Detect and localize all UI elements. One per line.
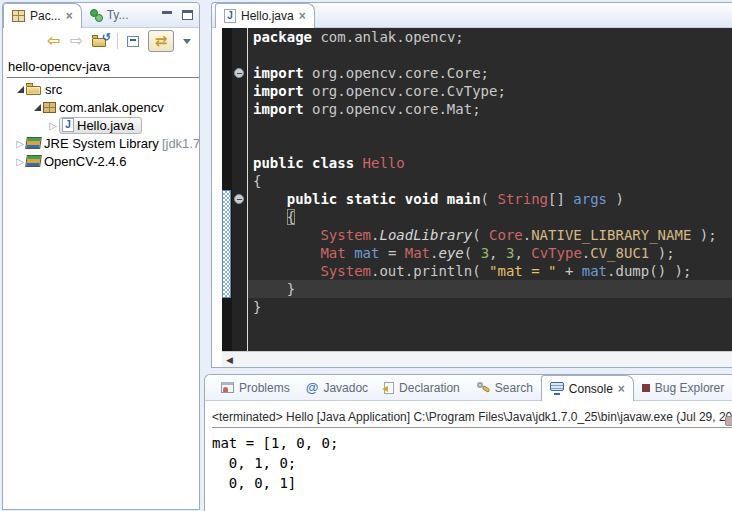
bug-explorer-icon	[642, 384, 650, 392]
declaration-icon	[384, 382, 394, 394]
range-indicator-column	[222, 28, 232, 351]
code-line[interactable]: package com.anlak.opencv;	[248, 28, 732, 46]
console-view: Problems @ Javadoc Declaration Search Co…	[204, 374, 732, 511]
close-icon[interactable]: ×	[299, 11, 306, 21]
code-line[interactable]: {	[248, 172, 732, 190]
library-icon	[25, 155, 42, 167]
library-icon	[25, 137, 42, 149]
editor-tabbar: J Hello.java ×	[212, 3, 732, 28]
up-arrow-icon: ↺	[102, 31, 111, 44]
console-output[interactable]: mat = [1, 0, 0; 0, 1, 0; 0, 0, 1]	[212, 433, 732, 493]
tree-collapsed-icon[interactable]: ▷	[16, 138, 24, 149]
tree-collapsed-icon[interactable]: ▷	[16, 156, 24, 167]
tab-package-explorer-label: Pac...	[30, 9, 61, 23]
fold-column	[232, 28, 247, 351]
javadoc-icon: @	[306, 380, 319, 395]
package-explorer-view: Pac... × Ty... ⇦ ⇨ ↺ ⇄ hello-opencv-java	[2, 2, 200, 510]
editor-horizontal-scrollbar[interactable]: ◀	[222, 351, 732, 367]
tree-selection: J Hello.java	[59, 117, 142, 134]
code-line[interactable]: }	[248, 298, 732, 316]
tree-root-underline	[7, 77, 199, 78]
code-line[interactable]: public static void main( String[] args )	[248, 190, 732, 208]
tab-search[interactable]: Search	[468, 375, 541, 400]
method-range-indicator	[222, 190, 231, 298]
tree-item-jre-library[interactable]: ▷ JRE System Library [jdk1.7.0	[6, 134, 199, 152]
tab-package-explorer[interactable]: Pac... ×	[3, 3, 82, 28]
console-output-line: 0, 0, 1]	[212, 473, 732, 493]
source-folder-icon	[26, 83, 42, 95]
tab-declaration[interactable]: Declaration	[376, 375, 468, 400]
code-line[interactable]: import org.opencv.core.Core;	[248, 64, 732, 82]
package-icon	[43, 102, 56, 113]
tab-type-hierarchy[interactable]: Ty...	[82, 3, 137, 27]
maximize-icon[interactable]	[182, 10, 193, 20]
code-line[interactable]	[248, 136, 732, 154]
console-output-line: 0, 1, 0;	[212, 453, 732, 473]
java-file-icon: J	[224, 9, 236, 23]
code-line[interactable]: Mat mat = Mat.eye( 3, 3, CvType.CV_8UC1 …	[248, 244, 732, 262]
tree-expanded-icon[interactable]	[34, 104, 41, 111]
search-icon	[476, 381, 490, 394]
library-version-decoration: [jdk1.7.0	[162, 136, 199, 151]
link-with-editor-button[interactable]: ⇄	[148, 30, 174, 52]
console-icon	[550, 382, 564, 395]
code-line[interactable]	[248, 118, 732, 136]
toolbar-separator	[117, 33, 118, 49]
code-line[interactable]: System.LoadLibrary( Core.NATIVE_LIBRARY_…	[248, 226, 732, 244]
go-up-button[interactable]: ↺	[92, 35, 108, 47]
type-hierarchy-icon	[90, 9, 102, 22]
code-line[interactable]: System.out.println( "mat = " + mat.dump(…	[248, 262, 732, 280]
fold-collapse-icon[interactable]	[234, 68, 244, 78]
view-menu-icon[interactable]	[183, 39, 191, 44]
code-lines[interactable]: package com.anlak.opencv; import org.ope…	[248, 28, 732, 351]
scroll-left-icon[interactable]: ◀	[226, 355, 233, 365]
problems-icon	[221, 382, 234, 393]
console-toolbar-icon[interactable]	[725, 416, 732, 426]
code-line[interactable]: public class Hello	[248, 154, 732, 172]
forward-button[interactable]: ⇨	[70, 33, 83, 49]
package-explorer-icon	[12, 10, 25, 22]
tree-item-hello-java[interactable]: ▷ J Hello.java	[6, 116, 199, 134]
tree-item-package[interactable]: com.anlak.opencv	[6, 98, 199, 116]
tree-collapsed-icon[interactable]: ▷	[49, 120, 57, 131]
collapse-all-button[interactable]	[127, 36, 139, 47]
code-line[interactable]: }	[248, 280, 732, 298]
code-editor[interactable]: package com.anlak.opencv; import org.ope…	[222, 28, 732, 351]
editor-view: J Hello.java × package com.anlak.opencv;…	[211, 2, 732, 368]
tree-expanded-icon[interactable]	[17, 86, 24, 93]
code-line[interactable]: import org.opencv.core.CvType;	[248, 82, 732, 100]
tab-hello-java[interactable]: J Hello.java ×	[215, 3, 315, 28]
package-explorer-tabbar: Pac... × Ty...	[3, 3, 199, 28]
eclipse-workbench: { "colors": { "workbench_bg": "#e9eff8",…	[0, 0, 732, 511]
link-with-editor-icon: ⇄	[155, 33, 168, 49]
view-window-buttons	[162, 10, 193, 20]
package-explorer-toolbar: ⇦ ⇨ ↺ ⇄	[3, 28, 199, 54]
tab-console[interactable]: Console ×	[541, 375, 634, 401]
back-button[interactable]: ⇦	[47, 33, 60, 49]
project-tree: hello-opencv-java src com.anlak.opencv ▷…	[3, 54, 199, 170]
tree-item-src[interactable]: src	[6, 80, 199, 98]
minimize-icon[interactable]	[162, 11, 172, 14]
tree-item-opencv-library[interactable]: ▷ OpenCV-2.4.6	[6, 152, 199, 170]
bottom-tabbar: Problems @ Javadoc Declaration Search Co…	[205, 375, 732, 401]
tab-type-hierarchy-label: Ty...	[107, 8, 129, 22]
console-output-line: mat = [1, 0, 0;	[212, 433, 732, 453]
java-file-icon: J	[62, 118, 74, 132]
code-line[interactable]	[248, 46, 732, 64]
code-line[interactable]: import org.opencv.core.Mat;	[248, 100, 732, 118]
editor-tab-label: Hello.java	[241, 9, 294, 23]
console-process-title: <terminated> Hello [Java Application] C:…	[212, 410, 732, 428]
close-icon[interactable]: ×	[618, 384, 625, 394]
tab-javadoc[interactable]: @ Javadoc	[298, 375, 376, 400]
tab-problems[interactable]: Problems	[213, 375, 298, 400]
tab-bug-explorer[interactable]: Bug Explorer	[634, 375, 732, 400]
tree-root-project[interactable]: hello-opencv-java	[6, 58, 199, 76]
fold-collapse-icon[interactable]	[234, 194, 244, 204]
close-icon[interactable]: ×	[66, 11, 73, 21]
code-line[interactable]: {	[248, 208, 732, 226]
